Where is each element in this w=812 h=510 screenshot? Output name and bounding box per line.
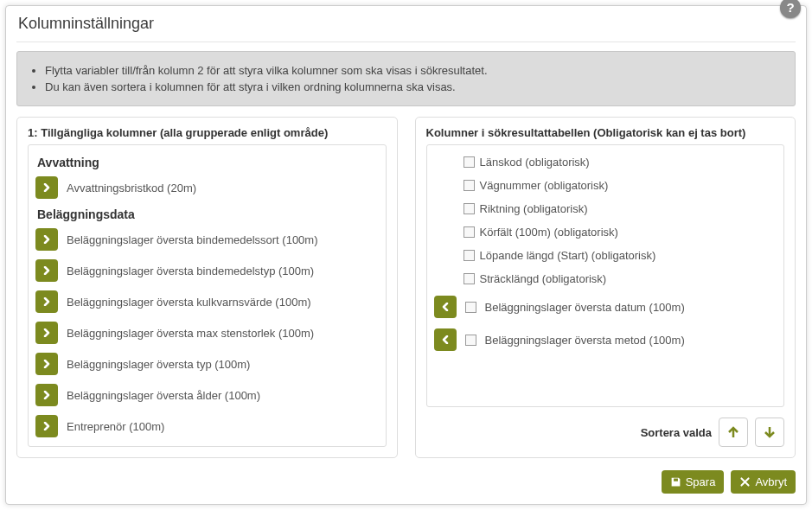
available-column-row: Beläggningslager översta typ (100m) [35,353,379,375]
available-column-label: Beläggningslager översta bindemedelstyp … [67,265,314,277]
available-column-row: Beläggningslager översta bindemedelstyp … [35,259,379,282]
selected-column-row: Vägnummer (obligatorisk) [464,179,777,192]
arrow-down-icon [763,425,777,439]
selected-column-row: Riktning (obligatorisk) [464,202,777,215]
available-columns-list[interactable]: Avvattning Avvattningsbristkod (20m) Bel… [28,144,387,447]
available-column-row: Beläggningslager översta max stenstorlek… [35,322,379,344]
column-checkbox[interactable] [464,250,475,261]
chevron-right-icon [42,360,51,368]
column-checkbox[interactable] [465,335,476,346]
chevron-right-icon [42,391,51,399]
selected-columns-list[interactable]: Länskod (obligatorisk) Vägnummer (obliga… [426,144,785,407]
available-column-row: Beläggningslager översta ålder (100m) [35,384,379,406]
remove-column-button[interactable] [434,296,457,318]
instructions-box: Flytta variabler till/från kolumn 2 för … [16,51,796,106]
available-column-label: Beläggningslager översta max stenstorlek… [67,327,314,340]
available-column-row: Beläggningslager översta bindemedelssort… [35,228,379,251]
cancel-button-label: Avbryt [755,475,787,488]
selected-column-label: Vägnummer (obligatorisk) [480,179,609,192]
arrow-up-icon [726,425,740,439]
instruction-item: Du kan även sortera i kolumnen för att s… [45,80,783,93]
available-column-label: Beläggningslager översta typ (100m) [67,358,250,371]
sort-down-button[interactable] [755,418,784,447]
remove-column-button[interactable] [434,328,457,351]
available-column-label: Beläggningslager översta bindemedelssort… [67,233,318,246]
column-group-header: Avvattning [37,156,379,169]
add-column-button[interactable] [35,290,58,313]
help-button[interactable]: ? [780,0,801,18]
available-column-label: Avvattningsbristkod (20m) [67,182,196,194]
column-group-header: Beläggningsdata [37,207,379,221]
sort-label: Sortera valda [641,426,712,439]
instruction-item: Flytta variabler till/från kolumn 2 för … [45,64,783,77]
chevron-right-icon [42,183,51,192]
dialog-title: Kolumninställningar [16,6,796,42]
column-checkbox[interactable] [464,226,475,238]
add-column-button[interactable] [35,446,58,447]
column-settings-dialog: ? Kolumninställningar Flytta variabler t… [5,5,807,505]
selected-column-label: Löpande längd (Start) (obligatorisk) [480,249,656,262]
chevron-left-icon [441,303,450,311]
available-column-label: Beläggningslager översta ålder (100m) [67,389,260,402]
available-column-row: Avvattningsbristkod (20m) [35,176,379,199]
save-button[interactable]: Spara [662,470,725,494]
save-icon [670,476,681,488]
cancel-button[interactable]: Avbryt [731,470,796,494]
selected-column-label: Sträcklängd (obligatorisk) [480,272,607,285]
chevron-left-icon [441,335,450,344]
available-columns-title: 1: Tillgängliga kolumner (alla grupperad… [28,126,387,144]
add-column-button[interactable] [35,322,58,344]
selected-columns-panel: Kolumner i sökresultattabellen (Obligato… [415,117,796,458]
add-column-button[interactable] [35,176,58,199]
chevron-right-icon [42,235,51,244]
selected-column-label: Beläggningslager översta datum (100m) [485,301,685,314]
available-columns-panel: 1: Tillgängliga kolumner (alla grupperad… [16,117,398,458]
available-column-label: Entreprenör (100m) [67,420,164,433]
available-column-row: Fiktiv beläggning [35,446,379,447]
close-icon [739,476,751,488]
column-checkbox[interactable] [464,273,475,284]
add-column-button[interactable] [35,415,58,437]
selected-column-row: Sträcklängd (obligatorisk) [464,272,777,285]
chevron-right-icon [42,297,51,306]
sort-up-button[interactable] [719,418,748,447]
selected-columns-title: Kolumner i sökresultattabellen (Obligato… [426,126,785,144]
selected-column-label: Beläggningslager översta metod (100m) [485,334,685,347]
selected-column-row: Körfält (100m) (obligatorisk) [464,226,777,239]
save-button-label: Spara [686,475,716,488]
sort-controls: Sortera valda [426,418,785,447]
column-checkbox[interactable] [464,156,475,168]
chevron-right-icon [42,266,51,275]
selected-column-label: Körfält (100m) (obligatorisk) [480,226,618,239]
selected-column-row: Löpande längd (Start) (obligatorisk) [464,249,777,262]
selected-column-row: Länskod (obligatorisk) [464,156,777,169]
selected-column-row: Beläggningslager översta metod (100m) [434,328,777,351]
available-column-label: Beläggningslager översta kulkvarnsvärde … [67,296,311,309]
column-checkbox[interactable] [464,203,475,214]
selected-column-label: Riktning (obligatorisk) [480,202,588,215]
add-column-button[interactable] [35,259,58,282]
add-column-button[interactable] [35,384,58,406]
column-checkbox[interactable] [465,302,476,313]
selected-column-label: Länskod (obligatorisk) [480,156,590,169]
chevron-right-icon [42,328,51,337]
add-column-button[interactable] [35,353,58,375]
selected-column-row: Beläggningslager översta datum (100m) [434,296,777,318]
chevron-right-icon [42,422,51,430]
available-column-row: Beläggningslager översta kulkvarnsvärde … [35,290,379,313]
dialog-footer: Spara Avbryt [16,470,796,494]
available-column-row: Entreprenör (100m) [35,415,379,437]
column-checkbox[interactable] [464,180,475,191]
add-column-button[interactable] [35,228,58,251]
